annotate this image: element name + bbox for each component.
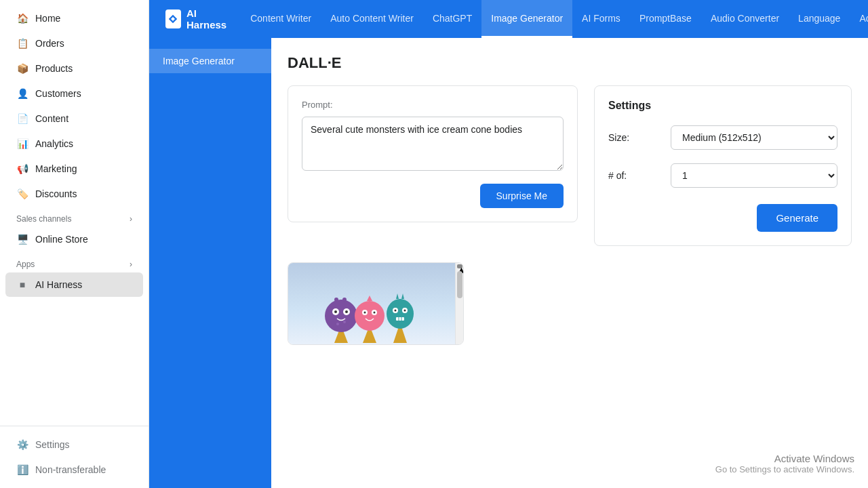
topbar-logo-text: AI Harness [186, 7, 230, 30]
prompt-input[interactable]: Several cute monsters with ice cream con… [302, 117, 564, 171]
generate-button[interactable]: Generate [757, 204, 837, 232]
sidebar-item-analytics[interactable]: 📊 Analytics [5, 131, 143, 156]
sales-channels-section[interactable]: Sales channels › [5, 209, 143, 226]
sub-sidebar: Image Generator [149, 38, 271, 488]
count-setting-row: # of: 1 2 3 4 5 [608, 163, 837, 188]
count-select[interactable]: 1 2 3 4 5 [671, 163, 837, 188]
activate-windows-subtitle: Go to Settings to activate Windows. [715, 464, 854, 474]
svg-point-4 [334, 310, 337, 313]
svg-point-11 [343, 321, 346, 323]
sub-sidebar-item-image-generator[interactable]: Image Generator [149, 49, 271, 73]
topbar: AI Harness Content Writer Auto Content W… [149, 0, 868, 38]
sidebar-item-home-label: Home [35, 13, 60, 24]
sidebar-item-content-label: Content [35, 113, 68, 124]
svg-point-20 [387, 299, 414, 329]
tab-accounts[interactable]: Accounts [850, 0, 868, 38]
sidebar-item-ai-harness[interactable]: ■ AI Harness [5, 272, 143, 297]
sidebar-item-products[interactable]: 📦 Products [5, 56, 143, 81]
generated-image [288, 263, 455, 344]
monsters-svg [297, 270, 446, 344]
scrollbar-thumb [457, 271, 462, 298]
sales-channels-chevron: › [130, 214, 132, 224]
products-icon: 📦 [16, 62, 28, 75]
image-scrollbar[interactable]: ▲ [455, 263, 463, 344]
svg-point-13 [355, 301, 384, 331]
logo-icon [165, 9, 181, 28]
tab-auto-content-writer[interactable]: Auto Content Writer [321, 0, 423, 38]
svg-marker-25 [396, 293, 399, 299]
sidebar-item-content[interactable]: 📄 Content [5, 106, 143, 131]
sidebar-item-non-transferable[interactable]: ℹ️ Non-transferable [5, 458, 143, 482]
sales-channels-label: Sales channels [16, 214, 71, 224]
svg-point-8 [334, 298, 338, 302]
apps-chevron: › [130, 260, 132, 269]
svg-point-24 [404, 310, 406, 312]
analytics-icon: 📊 [16, 138, 28, 150]
sidebar-item-customers-label: Customers [35, 88, 81, 99]
sidebar-item-marketing[interactable]: 📢 Marketing [5, 157, 143, 181]
apps-section-label: Apps [16, 260, 35, 269]
sub-sidebar-item-image-generator-label: Image Generator [163, 56, 235, 66]
svg-rect-27 [396, 317, 404, 321]
topbar-logo: AI Harness [160, 7, 235, 30]
sidebar-item-home[interactable]: 🏠 Home [5, 6, 143, 30]
prompt-card: Prompt: Several cute monsters with ice c… [288, 85, 578, 222]
tab-promptbase[interactable]: PromptBase [630, 0, 701, 38]
svg-point-5 [345, 310, 348, 313]
tab-image-generator[interactable]: Image Generator [481, 0, 572, 38]
size-setting-row: Size: Small (256x256) Medium (512x512) L… [608, 125, 837, 150]
page-title: DALL·E [288, 54, 852, 72]
sidebar-item-orders-label: Orders [35, 38, 64, 49]
tab-chatgpt[interactable]: ChatGPT [423, 0, 481, 38]
count-label: # of: [608, 170, 663, 181]
svg-point-9 [342, 298, 347, 302]
sidebar-item-settings[interactable]: ⚙️ Settings [5, 432, 143, 457]
surprise-me-button[interactable]: Surprise Me [480, 184, 564, 208]
sidebar: 🏠 Home 📋 Orders 📦 Products 👤 Customers 📄… [0, 0, 149, 488]
info-icon: ℹ️ [16, 464, 28, 476]
sidebar-item-customers[interactable]: 👤 Customers [5, 81, 143, 106]
marketing-icon: 📢 [16, 163, 28, 175]
svg-point-10 [336, 323, 339, 325]
sidebar-item-orders[interactable]: 📋 Orders [5, 31, 143, 56]
ai-harness-icon: ■ [16, 279, 28, 291]
discounts-icon: 🏷️ [16, 188, 28, 200]
sidebar-nav: 🏠 Home 📋 Orders 📦 Products 👤 Customers 📄… [0, 0, 149, 426]
sidebar-item-ai-harness-label: AI Harness [35, 279, 82, 290]
sidebar-item-marketing-label: Marketing [35, 163, 77, 174]
image-result-container: ▲ [288, 262, 464, 345]
home-icon: 🏠 [16, 12, 28, 24]
tab-ai-forms[interactable]: AI Forms [572, 0, 630, 38]
size-label: Size: [608, 132, 663, 143]
svg-point-1 [325, 300, 357, 332]
svg-marker-18 [367, 296, 372, 301]
activate-windows-title: Activate Windows [715, 453, 854, 464]
settings-icon: ⚙️ [16, 439, 28, 451]
sidebar-item-discounts[interactable]: 🏷️ Discounts [5, 182, 143, 206]
settings-card: Settings Size: Small (256x256) Medium (5… [594, 85, 852, 246]
size-select[interactable]: Small (256x256) Medium (512x512) Large (… [671, 125, 837, 150]
generate-btn-row: Generate [608, 204, 837, 232]
topbar-nav: Content Writer Auto Content Writer ChatG… [241, 0, 868, 38]
sidebar-bottom: ⚙️ Settings ℹ️ Non-transferable [0, 426, 149, 488]
customers-icon: 👤 [16, 87, 28, 100]
content-area: Image Generator DALL·E Prompt: Several c… [149, 38, 868, 488]
tab-language[interactable]: Language [789, 0, 850, 38]
tab-audio-converter[interactable]: Audio Converter [701, 0, 789, 38]
sidebar-item-discounts-label: Discounts [35, 188, 77, 199]
main-area: AI Harness Content Writer Auto Content W… [149, 0, 868, 488]
apps-section[interactable]: Apps › [5, 254, 143, 272]
content-body: DALL·E Prompt: Several cute monsters wit… [271, 38, 868, 488]
svg-point-23 [395, 310, 397, 312]
content-icon: 📄 [16, 113, 28, 125]
sidebar-item-online-store[interactable]: 🖥️ Online Store [5, 227, 143, 251]
svg-point-17 [374, 312, 376, 314]
scroll-up-arrow: ▲ [457, 264, 462, 268]
online-store-icon: 🖥️ [16, 233, 28, 245]
sidebar-item-non-transferable-label: Non-transferable [35, 464, 106, 475]
svg-point-16 [364, 312, 366, 314]
content-grid: Prompt: Several cute monsters with ice c… [288, 85, 852, 246]
activate-windows-notice: Activate Windows Go to Settings to activ… [715, 453, 854, 474]
tab-content-writer[interactable]: Content Writer [241, 0, 321, 38]
svg-marker-26 [401, 293, 404, 299]
